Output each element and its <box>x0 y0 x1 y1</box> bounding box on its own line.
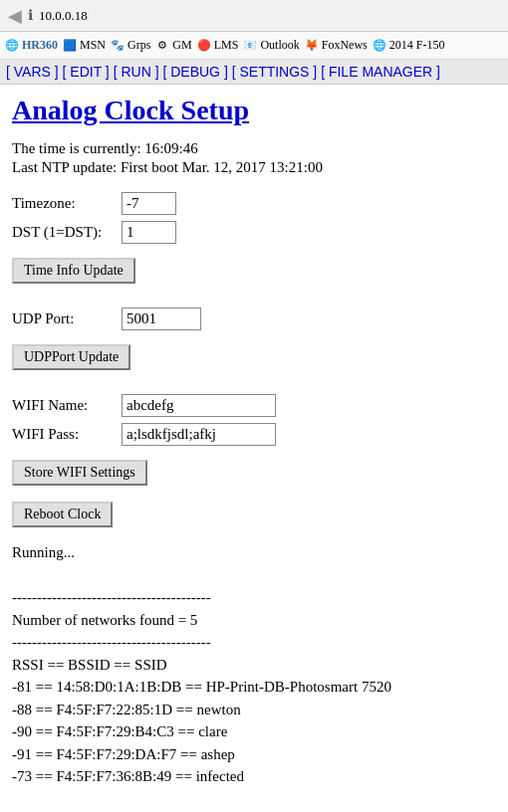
ntp-update: Last NTP update: First boot Mar. 12, 201… <box>12 159 496 176</box>
network-2: -88 == F4:5F:F7:22:85:1D == newton <box>12 699 496 721</box>
bookmark-grps-label: Grps <box>127 38 150 53</box>
hr360-icon: 🌐 <box>4 38 20 54</box>
nav-settings[interactable]: [ SETTINGS ] <box>232 64 318 80</box>
bookmark-ford-label: 2014 F-150 <box>389 38 445 53</box>
bookmark-msn-label: MSN <box>80 38 106 53</box>
store-wifi-button[interactable]: Store WIFI Settings <box>12 460 147 486</box>
running-status: Running... -----------------------------… <box>12 541 496 788</box>
timezone-section: Timezone: DST (1=DST): <box>12 192 496 244</box>
networks-found: Number of networks found = 5 <box>12 609 496 632</box>
bookmark-lms-label: LMS <box>214 38 239 53</box>
bookmark-msn[interactable]: 🟦 MSN <box>62 38 106 54</box>
udp-port-row: UDP Port: <box>12 307 496 330</box>
network-5: -73 == F4:5F:F7:36:8B:49 == infected <box>12 765 496 788</box>
wifi-name-row: WIFI Name: <box>12 394 496 417</box>
bookmark-foxnews-label: FoxNews <box>322 38 368 53</box>
wifi-name-label: WIFI Name: <box>12 397 122 414</box>
bookmark-hr360-label: HR360 <box>22 38 58 53</box>
nav-debug[interactable]: [ DEBUG ] <box>162 64 227 80</box>
dst-row: DST (1=DST): <box>12 221 496 244</box>
nav-file-manager[interactable]: [ FILE MANAGER ] <box>321 64 440 80</box>
foxnews-icon: 🦊 <box>304 38 320 54</box>
separator-1: ---------------------------------------- <box>12 586 496 609</box>
info-icon: ℹ <box>28 7 33 24</box>
ford-icon: 🌐 <box>372 38 387 54</box>
bookmark-gm-label: GM <box>172 38 191 53</box>
time-update-button[interactable]: Time Info Update <box>12 258 135 284</box>
url-display[interactable]: 10.0.0.18 <box>39 8 88 24</box>
network-4: -91 == F4:5F:F7:29:DA:F7 == ashep <box>12 743 496 766</box>
bookmark-gm[interactable]: ⚙ GM <box>154 38 191 54</box>
wifi-section: WIFI Name: WIFI Pass: <box>12 394 496 446</box>
msn-icon: 🟦 <box>62 38 78 54</box>
separator-2: ---------------------------------------- <box>12 631 496 654</box>
bookmark-lms[interactable]: 🔴 LMS <box>196 38 239 54</box>
bookmark-ford[interactable]: 🌐 2014 F-150 <box>372 38 445 54</box>
nav-vars[interactable]: [ VARS ] <box>6 64 59 80</box>
timezone-row: Timezone: <box>12 192 496 215</box>
udp-port-input[interactable] <box>122 307 201 330</box>
nav-edit[interactable]: [ EDIT ] <box>63 64 110 80</box>
outlook-icon: 📧 <box>242 38 258 54</box>
timezone-label: Timezone: <box>12 195 122 212</box>
udp-section: UDP Port: <box>12 307 496 330</box>
bookmark-outlook-label: Outlook <box>260 38 299 53</box>
bookmark-foxnews[interactable]: 🦊 FoxNews <box>304 38 368 54</box>
timezone-input[interactable] <box>122 192 176 215</box>
back-button[interactable]: ◀ <box>8 5 22 27</box>
bookmark-grps[interactable]: 🐾 Grps <box>110 38 150 54</box>
bookmarks-bar: 🌐 HR360 🟦 MSN 🐾 Grps ⚙ GM 🔴 LMS 📧 Outloo… <box>0 32 508 60</box>
bookmark-hr360[interactable]: 🌐 HR360 <box>4 38 58 54</box>
wifi-pass-input[interactable] <box>122 423 276 446</box>
reboot-clock-button[interactable]: Reboot Clock <box>12 502 113 527</box>
udp-port-label: UDP Port: <box>12 310 122 327</box>
nav-run[interactable]: [ RUN ] <box>114 64 159 80</box>
grps-icon: 🐾 <box>110 38 126 54</box>
wifi-pass-row: WIFI Pass: <box>12 423 496 446</box>
dst-input[interactable] <box>122 221 176 244</box>
network-1: -81 == 14:58:D0:1A:1B:DB == HP-Print-DB-… <box>12 676 496 699</box>
running-text: Running... <box>12 541 496 564</box>
current-time: The time is currently: 16:09:46 <box>12 140 496 157</box>
lms-icon: 🔴 <box>196 38 212 54</box>
page-content: Analog Clock Setup The time is currently… <box>0 85 508 798</box>
page-title: Analog Clock Setup <box>12 95 496 126</box>
gm-icon: ⚙ <box>154 38 170 54</box>
nav-bar: [ VARS ] [ EDIT ] [ RUN ] [ DEBUG ] [ SE… <box>0 60 508 85</box>
bookmark-outlook[interactable]: 📧 Outlook <box>242 38 299 54</box>
browser-bar: ◀ ℹ 10.0.0.18 <box>0 0 508 32</box>
rssi-header: RSSI == BSSID == SSID <box>12 654 496 677</box>
network-3: -90 == F4:5F:F7:29:B4:C3 == clare <box>12 720 496 743</box>
dst-label: DST (1=DST): <box>12 224 122 241</box>
wifi-pass-label: WIFI Pass: <box>12 426 122 443</box>
wifi-name-input[interactable] <box>122 394 276 417</box>
udp-update-button[interactable]: UDPPort Update <box>12 344 130 370</box>
